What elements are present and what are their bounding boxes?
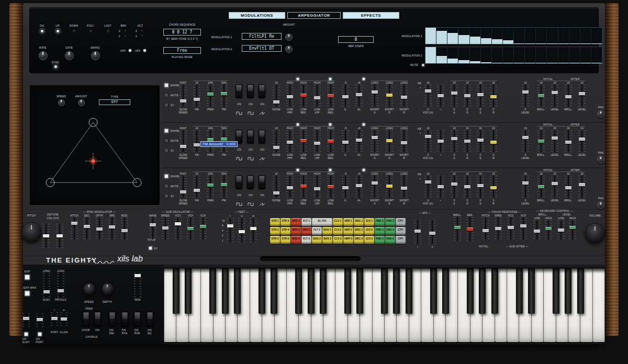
- black-key[interactable]: [393, 268, 400, 314]
- off-toggle-1[interactable]: [129, 49, 131, 52]
- step-cell[interactable]: [547, 47, 558, 63]
- slider-cap[interactable]: [287, 141, 293, 144]
- step-cell[interactable]: [492, 28, 503, 44]
- step-cell[interactable]: [492, 47, 503, 63]
- channel-1-slider-pwm[interactable]: 10%PWM: [205, 81, 216, 111]
- slider-cap[interactable]: [579, 92, 585, 95]
- slider-cap[interactable]: [356, 139, 362, 142]
- kbdctl-brill-high-slider[interactable]: HIGH: [543, 217, 554, 240]
- slider-cap[interactable]: [477, 139, 484, 142]
- slider-cap[interactable]: [300, 94, 307, 97]
- channel-3-enabl-button[interactable]: [164, 174, 169, 178]
- preset-fnk-4[interactable]: FNK 4: [385, 227, 395, 235]
- preset-str-3[interactable]: STR 3: [281, 218, 290, 226]
- oct-2-led[interactable]: [141, 29, 143, 32]
- slider-cap[interactable]: [43, 290, 50, 293]
- channel-3-slider-speed[interactable]: FASTSLOW SPEED: [177, 172, 189, 205]
- slider-cap[interactable]: [273, 100, 279, 104]
- step-cell[interactable]: [458, 47, 469, 63]
- on-port-button[interactable]: [38, 332, 42, 336]
- preset-str-4[interactable]: STR 4: [281, 227, 290, 235]
- channel-3-slider-r[interactable]: LONGSHORT R: [398, 172, 410, 205]
- channel-1-slider-level[interactable]: 10LEVEL: [576, 81, 588, 111]
- slider-cap[interactable]: [490, 95, 497, 98]
- slider-cap[interactable]: [200, 225, 206, 228]
- channel-2-slider-speed[interactable]: FASTSLOW SPEED: [177, 127, 189, 160]
- preset-flt-1[interactable]: FLT 1: [301, 218, 311, 226]
- slider-cap[interactable]: [386, 139, 392, 142]
- modulation1-amount-knob[interactable]: [285, 33, 293, 41]
- black-key[interactable]: [565, 268, 571, 314]
- sub-osc-wave-slider[interactable]: WAVE: [147, 214, 159, 240]
- slider-cap[interactable]: [227, 224, 233, 228]
- preset-el-pia[interactable]: EL PIA: [312, 218, 332, 226]
- channel-2-slider-level[interactable]: 100 LEVEL: [520, 127, 531, 160]
- slider-cap[interactable]: [300, 185, 307, 188]
- slider-cap[interactable]: [414, 230, 421, 233]
- channel-1-slider-s[interactable]: 100 S: [475, 81, 486, 114]
- slider-cap[interactable]: [328, 185, 334, 188]
- preset-fnk-2[interactable]: FNK 2: [375, 227, 385, 235]
- ring-mod-spe-slider[interactable]: SPE: [106, 214, 118, 240]
- black-key[interactable]: [442, 268, 449, 314]
- lfo-speed-knob[interactable]: [83, 283, 95, 295]
- fx-chor-switch[interactable]: [83, 312, 89, 326]
- channel-3-osc-switch-3[interactable]: [259, 175, 265, 189]
- slider-cap[interactable]: [221, 138, 227, 141]
- slider-cap[interactable]: [565, 95, 571, 98]
- channel-1-osc-switch-1[interactable]: [236, 84, 242, 98]
- channel-1-slider-a[interactable]: 100 A: [448, 81, 460, 114]
- channel-3-slider-vcf-lvl[interactable]: 100 VCF LVL: [422, 172, 434, 205]
- step-cell[interactable]: [591, 47, 602, 63]
- slider-cap[interactable]: [522, 181, 529, 185]
- channel-2-slider-d[interactable]: LONGSHORT D: [384, 127, 395, 160]
- black-key[interactable]: [406, 268, 412, 314]
- channel-2-slider-vcf-lvl[interactable]: 100 VCF LVL: [422, 127, 434, 160]
- white-key[interactable]: [593, 268, 605, 342]
- off-toggle-2[interactable]: [143, 49, 146, 52]
- gate-knob[interactable]: [65, 51, 74, 60]
- channel-3-pan-knob[interactable]: [597, 201, 604, 209]
- slider-cap[interactable]: [425, 180, 431, 184]
- channel-2-slider-noise[interactable]: 10NOISE: [271, 127, 282, 156]
- channel-1-slider-a[interactable]: LONGSHORT A: [369, 81, 380, 114]
- preset-brs-3[interactable]: BRS 3: [301, 227, 311, 235]
- arp-down-led[interactable]: [72, 29, 76, 33]
- channel-3-slider-level[interactable]: 10LEVEL: [549, 172, 560, 202]
- slider-cap[interactable]: [250, 227, 256, 230]
- preset-org-2[interactable]: ORG 2: [354, 227, 364, 235]
- step-cell[interactable]: [558, 28, 569, 44]
- channel-3-slider-res[interactable]: HIGHLOW RES.: [325, 172, 337, 205]
- slider-cap[interactable]: [425, 135, 431, 138]
- channel-3-slider-lpf[interactable]: HIGHLOW LPF: [311, 172, 323, 205]
- fx-on-pha-switch[interactable]: [121, 312, 128, 326]
- slider-cap[interactable]: [401, 187, 407, 190]
- xy-speed-knob[interactable]: [58, 99, 65, 106]
- touch-spee-slider[interactable]: SPEE: [492, 214, 504, 240]
- channel-2-slider-s[interactable]: 100 S: [475, 127, 486, 160]
- playing-mode-display[interactable]: Free: [163, 47, 201, 54]
- slider-cap[interactable]: [342, 141, 349, 144]
- slider-cap[interactable]: [552, 91, 558, 94]
- preset-clv-1[interactable]: CLV 1: [333, 218, 343, 226]
- ring-mod-mod-slider[interactable]: MOD.: [119, 214, 130, 240]
- kbdctl-brill-low-slider[interactable]: LOW: [531, 217, 543, 240]
- slider-cap[interactable]: [467, 228, 473, 231]
- black-key[interactable]: [491, 268, 498, 314]
- channel-2-slider-il[interactable]: -5IL: [340, 127, 351, 156]
- channel-2-slider-res[interactable]: HIGHLOW RES.: [325, 127, 337, 160]
- slider-cap[interactable]: [490, 186, 497, 189]
- slider-cap[interactable]: [520, 224, 526, 228]
- step-cell[interactable]: [580, 47, 591, 63]
- black-key[interactable]: [271, 268, 277, 314]
- step-cell[interactable]: [547, 28, 558, 44]
- channel-3-slider-d[interactable]: 100 D: [462, 172, 473, 205]
- channel-1-slider-level[interactable]: 10LEVEL: [549, 81, 560, 111]
- channel-3-slider-noise[interactable]: 10NOISE: [271, 172, 282, 202]
- black-key[interactable]: [209, 268, 216, 314]
- channel-3-slider-d[interactable]: LONGSHORT D: [384, 172, 395, 205]
- chord-sequence-display[interactable]: 0 0 12 7: [163, 29, 201, 36]
- channel-2-slider-d[interactable]: 100 D: [462, 127, 473, 160]
- channel-2-filter-button-3[interactable]: [362, 123, 365, 126]
- channel-2-filter-button-1[interactable]: [296, 123, 299, 126]
